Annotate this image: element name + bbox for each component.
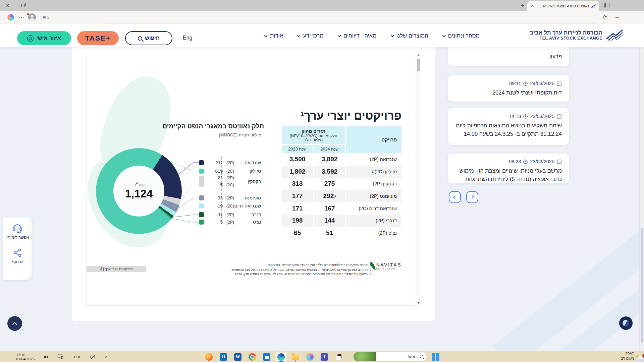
legend-item: בקסקין (2P)21 (2C)5 [197,174,261,189]
table-row: בקסקין (2P) 275 313 [282,178,401,190]
nav-item-trading-data[interactable]: מסחר ונתונים [443,33,480,39]
report-title: שיחת משקיעים בנושא התוצאות הכספיות ליום … [455,121,562,138]
pagination-prev-button[interactable] [449,191,461,203]
weather-temp: 29°C [616,352,634,356]
copilot-icon [306,353,314,361]
table-row: סי ליון (2C)2 3,592 1,802 [282,166,401,178]
taskbar-task-view[interactable] [333,352,344,362]
projects-table: פרויקט תזרים מהוון חלק נאויטס (NPV10–2P/… [282,126,401,239]
share-icon[interactable] [12,248,22,257]
chevron-down-icon [442,34,446,37]
taskbar-clock[interactable]: 12:16 01/04/2025 [16,353,35,361]
table-header-2023: שנת 2023 [282,145,313,153]
window-minimize-button[interactable]: — [31,0,46,11]
taskbar-copilot[interactable] [304,352,316,362]
refresh-button[interactable]: ⟳ [603,14,607,20]
microsoft-store-icon [263,353,270,361]
windows-taskbar: 12:16 01/04/2025 עבר O W T [0,351,644,362]
nav-item-about[interactable]: אודות [265,33,283,39]
search-icon [420,355,423,358]
slide-footnotes: 1.מטרת השקף הינה אילוסטרטיבית בלבד ואין … [214,263,371,277]
taskbar-file-explorer[interactable] [290,352,301,362]
browser-toolbar: ⋯ ☆≡ ☆ A)) https://maya.tase.co.il/he/re… [0,11,644,24]
report-card[interactable]: 23/03/2025 08:23 מרשם בעלי מניות, שינויי… [448,154,569,183]
clock-icon [523,159,528,164]
calendar-icon [556,114,562,119]
window-close-button[interactable]: ✕ [0,0,15,11]
page-scrollbar-thumb[interactable] [641,228,643,343]
taskbar-teams[interactable]: T [319,352,330,362]
tab-panel-icon[interactable] [604,3,609,8]
table-header-2024: שנת 2024 [314,145,345,153]
pagination-next-button[interactable] [466,191,478,203]
chevron-down-icon [390,34,394,37]
chevron-left-icon [453,195,457,199]
volume-icon[interactable] [43,355,49,359]
accessibility-button[interactable] [619,316,633,330]
chart-legend: שננדואה(2P)211 סי ליון(2C)819 בקסקין (2P… [197,158,261,224]
taskbar-store[interactable] [261,352,272,362]
taskbar-word[interactable]: W [232,352,244,362]
taskbar-edge[interactable] [275,352,287,362]
report-date: 23/03/2025 [530,159,554,164]
share-label[interactable]: שיתוף [12,259,23,264]
teams-icon: T [321,353,328,361]
personal-area-button[interactable]: איזור אישי [17,31,71,45]
page-main: פרויקטים יוצרי ערך1 פרויקט תזרים מהוון ח… [0,47,644,351]
display-device-icon[interactable] [57,354,63,359]
table-row: שננדואה (2P) 3,892 3,500 [282,153,401,166]
tase-logo[interactable]: הבורסה לניירות ערך תל אביב TEL AVIV STOC… [530,29,623,41]
browser-tab[interactable]: ✕ נאוויטס פטרו- מצגת לשוק ההון | מ [527,1,599,11]
taskbar-outlook[interactable]: O [218,352,229,362]
scroll-to-top-button[interactable] [7,316,22,331]
tase-plus-button[interactable]: TASE+ [77,31,119,45]
report-card-partial[interactable]: פרעון [448,47,569,66]
tray-expand-icon[interactable] [105,356,108,359]
contrast-icon [623,320,629,326]
edge-icon [277,353,285,361]
report-time: 14:13 [509,114,521,119]
scroll-up-icon[interactable] [417,54,420,56]
divider [10,244,25,244]
pdf-slide: פרויקטים יוצרי ערך1 פרויקט תזרים מהוון ח… [86,53,416,306]
taskbar-chrome[interactable] [247,352,258,362]
copilot-button[interactable] [7,14,15,21]
do-not-disturb-icon[interactable] [90,355,95,359]
table-row: מוניומנט (2P) 3292 177 [282,190,401,202]
word-icon: W [234,353,241,361]
taskbar-firefox[interactable] [203,352,215,362]
legend-swatch [199,160,204,165]
browser-menu-button[interactable]: ⋯ [17,14,25,21]
search-placeholder: חפש [376,354,419,359]
legend-swatch [199,195,204,200]
nav-item-knowledge-center[interactable]: מרכז ידע [298,33,323,39]
tab-close-icon[interactable]: ✕ [530,4,535,8]
pdf-scrollbar[interactable] [416,53,420,306]
calendar-icon [556,159,562,164]
back-button[interactable]: → [614,14,620,20]
report-time: 09:11 [509,81,521,86]
nav-item-our-products[interactable]: המוצרים שלנו [391,33,428,39]
new-tab-button[interactable]: + [518,1,527,10]
language-indicator[interactable]: עבר [73,355,80,359]
taskbar-weather-widget[interactable]: 29°C מעונן רב היום 1 [616,352,644,362]
report-card[interactable]: 24/03/2025 09:11 דוח תקופתי ושנתי לשנת 2… [448,75,569,102]
pdf-scrollbar-thumb[interactable] [417,59,420,71]
scroll-down-icon[interactable] [417,302,420,304]
browser-titlebar: ✕ — + ✕ נאוויטס פטרו- מצגת לשוק ההון | מ [0,0,644,11]
language-switch[interactable]: Eng [183,35,192,41]
taskbar-search-box[interactable]: חפש [353,352,427,362]
taskbar-start-button[interactable] [429,352,440,362]
page-scrollbar[interactable] [639,47,644,351]
background-ribbon [492,218,644,351]
site-search-button[interactable]: חיפוש [125,31,172,45]
headset-icon[interactable] [12,223,23,233]
help-label[interactable]: אפשר לעזור? [6,235,29,240]
window-restore-button[interactable] [15,0,31,11]
navitas-logo: NAVITAS PETROLEUM [371,261,401,270]
favorites-hub-icon[interactable]: ☆≡ [43,15,50,20]
legend-swatch [199,169,204,174]
report-card[interactable]: 23/03/2025 14:13 שיחת משקיעים בנושא התוצ… [448,108,569,145]
search-highlight-image [354,352,376,362]
nav-item-maya-reports[interactable]: מאיה - דיווחים [338,33,377,39]
